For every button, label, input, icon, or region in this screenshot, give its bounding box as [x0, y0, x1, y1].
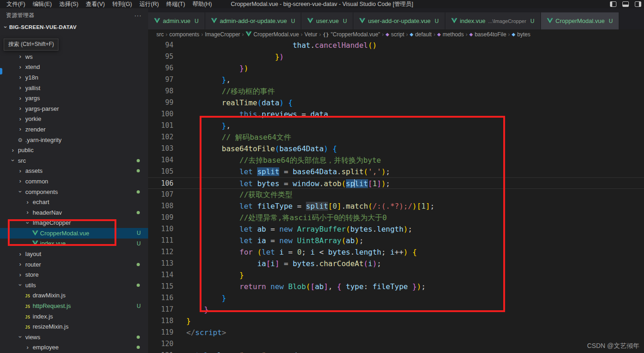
tree-item-components[interactable]: ›components — [0, 187, 148, 197]
code-line[interactable]: 99 realTime(data) { — [148, 97, 644, 108]
code-line[interactable]: 118} — [148, 315, 644, 327]
code-line[interactable]: 120 — [148, 338, 644, 350]
tree-item-views[interactable]: ›views — [0, 332, 148, 342]
tree-item-CropperModal.vue[interactable]: CropperModal.vueU — [0, 228, 148, 239]
code-line[interactable]: 119</script> — [148, 327, 644, 338]
tree-item-src[interactable]: ›src — [0, 155, 148, 166]
tree-item-utils[interactable]: ›utils — [0, 280, 148, 290]
breadcrumb-label: Vetur — [305, 31, 317, 38]
menu-item[interactable]: 运行(R) — [136, 0, 162, 8]
code-content: } — [186, 292, 226, 304]
breadcrumb-item[interactable]: Vetur — [305, 31, 317, 38]
code-line[interactable]: 110 let ab = new ArrayBuffer(bytes.lengt… — [148, 223, 644, 235]
tree-item-index.vue[interactable]: index.vueU — [0, 239, 148, 249]
tree-item-xtend[interactable]: ›xtend — [0, 62, 148, 73]
code-line[interactable]: 121<style lang="scss" scoped> — [148, 350, 644, 353]
code-line[interactable]: 114 } — [148, 269, 644, 281]
tree-item-layout[interactable]: ›layout — [0, 249, 148, 259]
tree-item-resizeMixin.js[interactable]: JSresizeMixin.js — [0, 321, 148, 332]
more-actions-icon[interactable]: ··· — [134, 12, 142, 19]
code-line[interactable]: 112 for (let i = 0; i < bytes.length; i+… — [148, 246, 644, 258]
code-line[interactable]: 106 let bytes = window.atob(split[1]); — [148, 177, 644, 189]
project-root-row[interactable]: › BIG-SCREEN-VUE-DATAV — [0, 22, 148, 32]
editor-tab[interactable]: index.vue...\ImageCropperU — [445, 12, 541, 29]
breadcrumb-item[interactable]: ImageCropper — [205, 31, 240, 38]
code-line[interactable]: 94 that.cancelHandel() — [148, 40, 644, 51]
breadcrumb-item[interactable]: components — [169, 31, 199, 38]
tree-item-public[interactable]: ›public — [0, 145, 148, 155]
chevron-right-icon: › — [17, 85, 24, 91]
code-line[interactable]: 97 }, — [148, 74, 644, 85]
tree-item-ws[interactable]: ›ws — [0, 51, 148, 62]
menu-item[interactable]: 帮助(H) — [189, 0, 215, 8]
code-line[interactable]: 108 let fileType = split[0].match(/:(.*?… — [148, 200, 644, 212]
gear-icon: ⚙ — [17, 137, 24, 143]
tree-item-assets[interactable]: ›assets — [0, 166, 148, 176]
tree-item-headerNav[interactable]: ›headerNav — [0, 207, 148, 218]
code-editor[interactable]: 94 that.cancelHandel()95 })96 })97 },98 … — [148, 40, 644, 353]
breadcrumb-item[interactable]: CropperModal.vue — [246, 31, 299, 38]
tree-item-yorkie[interactable]: ›yorkie — [0, 114, 148, 125]
tree-item-label: common — [25, 178, 48, 185]
toggle-secondary-sidebar-icon[interactable] — [635, 1, 641, 7]
editor-tab[interactable]: CropperModal.vueU — [541, 12, 620, 29]
tree-item-router[interactable]: ›router — [0, 259, 148, 270]
tree-item-drawMixin.js[interactable]: JSdrawMixin.js — [0, 290, 148, 301]
tree-item-store[interactable]: ›store — [0, 269, 148, 280]
code-line[interactable]: 101 }, — [148, 120, 644, 131]
tree-item-yargs[interactable]: ›yargs — [0, 93, 148, 103]
code-line[interactable]: 103 base64toFile(base64Data) { — [148, 143, 644, 154]
breadcrumb-item[interactable]: src — [156, 31, 164, 38]
tree-item-yallist[interactable]: ›yallist — [0, 83, 148, 93]
editor-tab[interactable]: user-add-or-update.vueU — [353, 12, 445, 29]
code-line[interactable]: 111 let ia = new Uint8Array(ab); — [148, 235, 644, 246]
tree-item-label: yargs-parser — [25, 105, 59, 112]
menu-item[interactable]: 选择(S) — [56, 0, 82, 8]
menu-item[interactable]: 转到(G) — [109, 0, 136, 8]
line-number: 96 — [148, 63, 186, 74]
breadcrumb-item[interactable]: ◆default — [410, 31, 432, 38]
code-line[interactable]: 102 // 解码base64文件 — [148, 131, 644, 143]
code-line[interactable]: 115 return new Blob([ab], { type: fileTy… — [148, 281, 644, 292]
code-line[interactable]: 100 this.previews = data — [148, 108, 644, 120]
menu-item[interactable]: 文件(F) — [3, 0, 29, 8]
code-line[interactable]: 96 }) — [148, 63, 644, 74]
editor-tab[interactable]: admin-add-or-update.vueU — [205, 12, 302, 29]
editor-tab[interactable]: admin.vueU — [148, 12, 205, 29]
tree-item-employee[interactable]: ›employee — [0, 342, 148, 353]
menu-item[interactable]: 终端(T) — [162, 0, 189, 8]
tree-item-common[interactable]: ›common — [0, 176, 148, 187]
tree-item-y18n[interactable]: ›y18n — [0, 72, 148, 83]
tree-item-zrender[interactable]: ›zrender — [0, 124, 148, 135]
breadcrumb-item[interactable]: ◆script — [385, 31, 404, 38]
line-number: 113 — [148, 258, 186, 269]
tree-item-yargs-parser[interactable]: ›yargs-parser — [0, 103, 148, 114]
tree-item-ImageCropper[interactable]: ›ImageCropper — [0, 218, 148, 228]
code-line[interactable]: 116 } — [148, 292, 644, 304]
code-line[interactable]: 117 } — [148, 304, 644, 315]
toggle-sidebar-icon[interactable] — [610, 1, 616, 7]
tree-item-.yarn-integrity[interactable]: ⚙.yarn-integrity — [0, 135, 148, 145]
menu-item[interactable]: 查看(V) — [82, 0, 109, 8]
code-line[interactable]: 98 //移动框的事件 — [148, 85, 644, 97]
breadcrumb-item[interactable]: ◆methods — [437, 31, 464, 38]
code-line[interactable]: 107 //获取文件类型 — [148, 189, 644, 200]
code-line[interactable]: 109 //处理异常,将ascii码小于0的转换为大于0 — [148, 212, 644, 223]
code-content: for (let i = 0; i < bytes.length; i++) { — [186, 246, 417, 258]
symbol-field-icon: ◆ — [410, 32, 414, 37]
code-line[interactable]: 113 ia[i] = bytes.charCodeAt(i); — [148, 258, 644, 269]
code-line[interactable]: 104 //去掉base64的头部信息，并转换为byte — [148, 154, 644, 166]
tree-item-echart[interactable]: ›echart — [0, 197, 148, 207]
breadcrumb-item[interactable]: ◆base64toFile — [469, 31, 506, 38]
tree-item-index.js[interactable]: JSindex.js — [0, 311, 148, 322]
code-line[interactable]: 95 }) — [148, 51, 644, 63]
toggle-panel-icon[interactable] — [622, 1, 629, 7]
tree-item-label: store — [25, 271, 39, 278]
breadcrumb-item[interactable]: ◆bytes — [512, 31, 530, 38]
tree-item-httpRequest.js[interactable]: JShttpRequest.jsU — [0, 301, 148, 311]
menu-item[interactable]: 编辑(E) — [29, 0, 56, 8]
editor-tab[interactable]: user.vueU — [301, 12, 353, 29]
code-line[interactable]: 105 let split = base64Data.split(','); — [148, 166, 644, 177]
breadcrumb-item[interactable]: {}"CropperModal.vue" — [323, 31, 380, 38]
explorer-header: 资源管理器 ··· — [0, 8, 148, 22]
